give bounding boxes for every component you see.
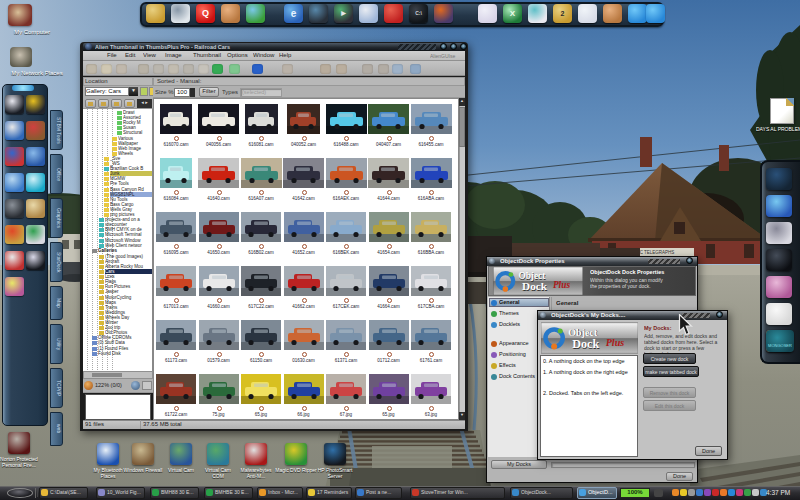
svg-text:Dock: Dock: [522, 280, 548, 292]
svg-text:Dock: Dock: [572, 337, 599, 351]
svg-text:Plus: Plus: [553, 280, 570, 290]
svg-text:Plus: Plus: [606, 337, 625, 348]
